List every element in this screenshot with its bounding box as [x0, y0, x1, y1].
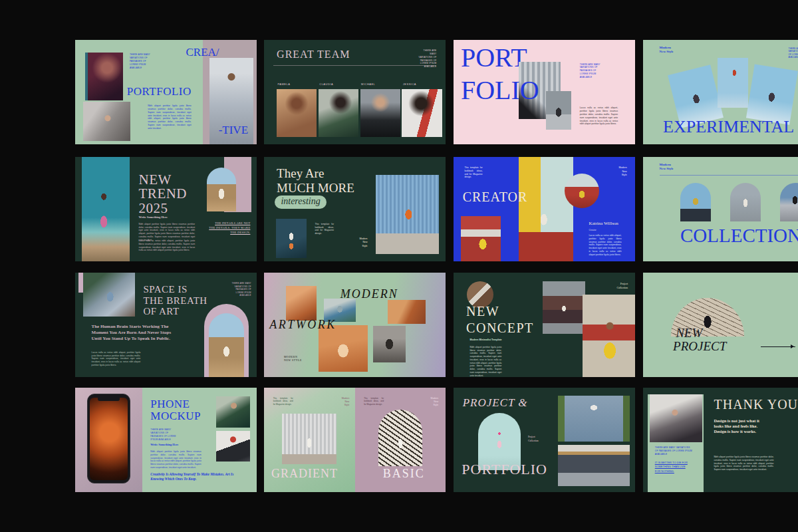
photo-duotone-white-tee	[319, 325, 368, 372]
photo-pink-pants	[82, 157, 130, 261]
body-text: Lacus nulla ac netus nibh aliquet, portt…	[589, 234, 621, 256]
accent-strip	[78, 273, 83, 293]
corner-line1: Project	[528, 436, 535, 438]
eyebrow-text: THERE ARE MANY VARIATIONS OF PASSAGES OF…	[788, 47, 798, 59]
photo-rooftop-right	[746, 64, 797, 124]
title-they-are: They Are	[277, 166, 324, 181]
title-line3: 2025	[139, 200, 168, 216]
title-line2: MOCKUP	[150, 410, 201, 422]
eyebrow-text: THERE ARE MANY VARIATIONS OF PASSAGES OF…	[580, 63, 603, 79]
highlight-pill: interesting	[275, 196, 326, 209]
corner-label: Project Collection	[528, 436, 539, 443]
brand-line1: Modern	[359, 237, 367, 240]
title-line1: NEW	[139, 172, 172, 188]
slide-project-portfolio: PROJECT & Project Collection PORTFOLIO	[454, 388, 635, 492]
photo-white-corrugated	[282, 414, 336, 464]
body-text: Lacus nulla ac netus nibh aliquet, portt…	[580, 106, 618, 126]
eyebrow-text: THERE ARE MANY VARIATIONS OF PASSAGES OF…	[150, 428, 176, 441]
slide-creative-portfolio: THERE ARE MANY VARIATIONS OF PASSAGES OF…	[75, 40, 257, 144]
photo-black-tee	[373, 326, 406, 362]
subtitle: Write Something Here	[139, 215, 168, 219]
corner-label: Project Collection	[616, 282, 628, 289]
photo-person-jumping	[543, 281, 585, 334]
photo-woman-sheer-black	[650, 394, 702, 442]
brand-label: Modern New Style	[420, 397, 438, 407]
quote-text: THE DETAILS ARE NOT THE DETAILS. THEY MA…	[209, 221, 251, 235]
photo-portrait-jessica	[402, 89, 442, 137]
photo-woman-yellow-jacket	[583, 295, 635, 377]
corner-line2: Collection	[616, 286, 628, 289]
slide-title: CREATOR	[463, 190, 528, 205]
photo-arch-white-dress	[207, 168, 236, 211]
title-much-more: MUCH MORE	[277, 181, 354, 196]
body-text: Nibh aliquet porttitor ligula justo libe…	[470, 346, 502, 377]
photo-woman-red-beanie	[216, 431, 251, 462]
title-line1: PHONE	[150, 398, 190, 410]
title-line3: OF ART	[143, 306, 179, 317]
phone-notch	[98, 398, 120, 401]
photo-skater-blue-wall	[376, 175, 440, 254]
brand-line2: NEW STYLE	[284, 358, 302, 362]
slide-title: PHONE MOCKUP	[150, 398, 201, 422]
brand-label: Modern New Style	[348, 237, 368, 248]
title-project: PROJECT	[673, 339, 726, 354]
template-preview-grid: THERE ARE MANY VARIATIONS OF PASSAGES OF…	[0, 0, 798, 532]
title-tive: -TIVE	[219, 124, 248, 137]
brand-line2: New	[434, 400, 438, 403]
phone-screen-photo	[90, 398, 128, 480]
title-new: NEW	[676, 326, 702, 340]
brand-line3: Style	[622, 174, 627, 176]
member-name: PAMELA	[277, 82, 290, 86]
photo-portrait-claudia	[319, 89, 358, 137]
title-project-and: PROJECT &	[463, 396, 528, 410]
photo-person-sitting	[546, 91, 571, 130]
photo-clothes-hangers	[558, 445, 630, 485]
member-name: MICHAEL	[361, 82, 375, 86]
photo-arch-graffiti	[378, 410, 422, 466]
title-line2: THE BREATH	[143, 295, 207, 306]
photo-woman-smoking	[85, 53, 123, 100]
slide-title: NEW TREND 2025	[139, 173, 188, 216]
photo-duotone-wall	[388, 300, 426, 324]
eyebrow-text: THERE ARE MANY VARIATIONS OF PASSAGES OF…	[416, 49, 436, 68]
photo-portrait-michael	[360, 89, 400, 137]
divider-line	[273, 65, 437, 66]
slide-experimental: Modern New Style THERE ARE MANY VARIATIO…	[643, 40, 798, 144]
brand-line1: Modern	[619, 166, 627, 169]
photo-arch-walking	[730, 183, 761, 221]
slide-gradient-basic: This template for lookbook ideas, and fo…	[264, 388, 446, 492]
title-modern: MODERN	[340, 287, 398, 301]
photo-rooftop-center	[718, 58, 748, 108]
brand-line2: New	[622, 170, 627, 173]
slide-space-breath-art: SPACE IS THE BREATH OF ART THERE ARE MAN…	[75, 273, 257, 377]
body-text: Lacus nulla ac netus nibh aliquet, portt…	[92, 351, 141, 367]
slide-title: EXPERIMENTAL	[663, 117, 794, 137]
subtitle: Write Something Here	[150, 443, 178, 446]
title-concept: CONCEPT	[466, 321, 534, 336]
person-role: Creator	[589, 229, 596, 231]
photo-arch-crouching	[680, 183, 711, 221]
quote-link-text: IT IS BETTER TO DIE FOR SOMETHING THAN L…	[655, 461, 690, 473]
brand-line1: Modern	[342, 397, 350, 400]
brand-line3: Style	[344, 404, 350, 406]
brand-line1: Modern	[660, 163, 671, 166]
slide-collection: Modern New Style THERE ARE MANY VARIATIO…	[643, 157, 798, 261]
eyebrow-text: THERE ARE MANY VARIATIONS OF PASSAGES OF…	[130, 53, 153, 69]
title-portfolio: PORTFOLIO	[127, 85, 192, 98]
brand-line1: Modern	[431, 397, 439, 400]
title-artwork: ARTWORK	[269, 318, 336, 332]
slide-great-team: GREAT TEAM THERE ARE MANY VARIATIONS OF …	[264, 40, 446, 144]
slide-new-project: NEW PROJECT Modern Minimalist Template L…	[643, 273, 798, 377]
brand-line3: Style	[362, 245, 368, 247]
arrow-right-icon	[761, 346, 795, 347]
brand-line2: New Style	[660, 50, 674, 53]
photo-jeans-closeup	[558, 396, 630, 442]
photo-woman-sheer	[83, 102, 130, 142]
body-text: Nibh aliquet porttitor ligula justo libe…	[148, 104, 192, 130]
body-text: Nibh aliquet porttitor ligula justo libe…	[714, 456, 773, 471]
title-portfolio: PORTFOLIO	[462, 461, 547, 478]
slide-creator: This template for lookbook ideas, and fo…	[454, 157, 635, 261]
slide-modern-artwork: MODERN ARTWORK MODERN NEW STYLE	[264, 273, 446, 377]
corner-line1: Project	[620, 282, 628, 285]
member-name: JESSICA	[403, 82, 416, 86]
